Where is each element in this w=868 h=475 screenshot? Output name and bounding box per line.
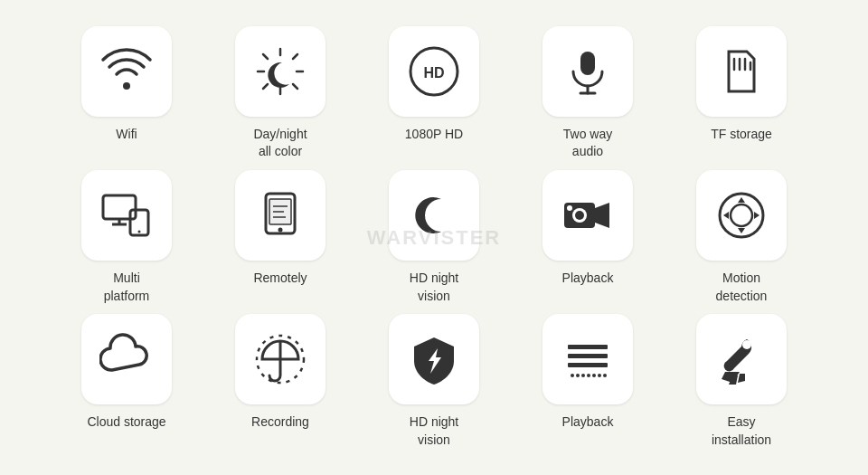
feature-recording: Recording [212, 314, 348, 449]
svg-marker-31 [595, 203, 609, 228]
playback2-icon [561, 332, 615, 386]
feature-wifi: Wifi [59, 26, 194, 161]
feature-easy-install: Easyinstallation [674, 314, 809, 449]
day-night-icon [253, 44, 307, 99]
svg-point-24 [278, 227, 283, 232]
cloud-icon-box [81, 314, 172, 404]
night-vision-icon [407, 188, 461, 242]
svg-rect-43 [568, 363, 608, 367]
day-night-icon-box [235, 26, 326, 117]
easy-install-label: Easyinstallation [712, 413, 771, 449]
recording-icon [253, 332, 307, 386]
feature-shield-bolt: HD nightvision [366, 314, 502, 449]
audio-label: Two wayaudio [563, 126, 612, 161]
svg-point-46 [581, 374, 585, 377]
playback1-icon [561, 188, 615, 242]
multi-platform-icon-box [81, 170, 172, 261]
svg-rect-10 [580, 52, 595, 75]
remotely-label: Remotely [253, 270, 307, 288]
feature-row-1: Wifi [59, 26, 809, 161]
feature-playback1: Playback [520, 170, 656, 305]
motion-detection-icon [714, 188, 769, 242]
svg-marker-35 [738, 197, 745, 203]
feature-hd: HD 1080P HD [366, 26, 502, 161]
feature-night-vision: HD nightvision [366, 170, 502, 305]
feature-motion-detection: Motiondetection [674, 170, 809, 305]
multi-platform-label: Multiplatform [104, 270, 150, 305]
motion-icon-box [696, 170, 787, 261]
svg-point-44 [571, 374, 574, 377]
page-wrapper: WARVISTER Wifi [0, 0, 868, 475]
svg-text:HD: HD [423, 65, 444, 81]
shield-bolt-label: HD nightvision [410, 413, 458, 449]
svg-point-34 [731, 204, 752, 226]
tf-label: TF storage [711, 126, 772, 144]
audio-icon-box [542, 26, 633, 117]
svg-rect-42 [568, 354, 608, 358]
svg-line-4 [263, 54, 268, 59]
wifi-icon [99, 44, 154, 99]
svg-point-30 [575, 211, 584, 220]
remotely-icon [253, 188, 307, 242]
feature-cloud-storage: Cloud storage [59, 314, 194, 449]
hd-icon: HD [407, 44, 461, 99]
wifi-label: Wifi [116, 126, 137, 144]
night-vision-label: HD nightvision [410, 270, 458, 305]
microphone-icon [561, 44, 615, 99]
wrench-icon [714, 332, 769, 386]
motion-label: Motiondetection [716, 270, 768, 305]
feature-multi-platform: Multiplatform [59, 170, 194, 305]
easy-install-icon-box [696, 314, 787, 404]
svg-line-7 [263, 84, 268, 89]
feature-playback2: Playback [520, 314, 656, 449]
tf-card-icon [714, 44, 769, 99]
feature-tf-storage: TF storage [674, 26, 809, 161]
svg-point-47 [587, 374, 590, 377]
svg-point-32 [567, 205, 572, 211]
tf-icon-box [696, 26, 787, 117]
svg-marker-36 [738, 228, 745, 233]
svg-point-21 [138, 230, 141, 233]
playback2-icon-box [542, 314, 633, 404]
feature-two-way-audio: Two wayaudio [520, 26, 656, 161]
playback1-icon-box [542, 170, 633, 261]
cloud-icon [99, 332, 154, 386]
shield-bolt-icon [407, 332, 461, 386]
hd-label: 1080P HD [405, 126, 463, 144]
multi-platform-icon [99, 188, 154, 242]
svg-point-49 [598, 374, 601, 377]
playback2-label: Playback [562, 413, 614, 432]
wifi-icon-box [81, 26, 172, 117]
remotely-icon-box [235, 170, 326, 261]
svg-line-5 [293, 84, 297, 89]
svg-point-50 [603, 374, 607, 377]
features-grid: Wifi [23, 8, 845, 468]
hd-icon-box: HD [389, 26, 479, 117]
night-vision-icon-box [389, 170, 479, 261]
cloud-label: Cloud storage [87, 413, 165, 432]
feature-remotely: Remotely [212, 170, 348, 305]
shield-bolt-icon-box [389, 314, 479, 404]
playback1-label: Playback [562, 270, 614, 288]
svg-rect-41 [568, 345, 608, 349]
feature-row-3: Cloud storage Recording [59, 314, 809, 449]
svg-marker-37 [723, 212, 729, 219]
day-night-label: Day/nightall color [253, 126, 307, 161]
svg-marker-38 [754, 212, 760, 219]
feature-row-2: Multiplatform [59, 170, 809, 305]
svg-line-6 [293, 54, 297, 59]
svg-point-48 [592, 374, 596, 377]
recording-label: Recording [251, 413, 309, 432]
recording-icon-box [235, 314, 326, 404]
svg-point-45 [576, 374, 580, 377]
svg-point-51 [742, 340, 751, 349]
feature-day-night: Day/nightall color [212, 26, 348, 161]
